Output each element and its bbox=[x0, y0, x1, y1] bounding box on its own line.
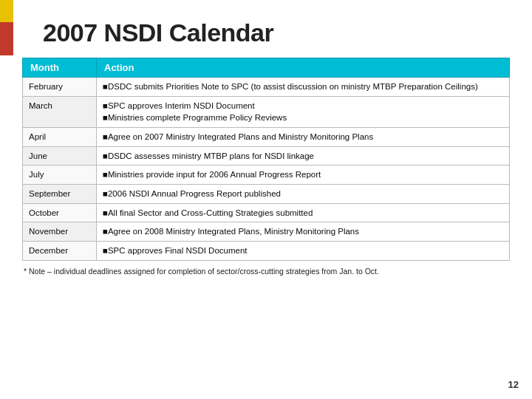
page-title: 2007 NSDI Calendar bbox=[43, 18, 510, 47]
action-cell: ■Ministries provide input for 2006 Annua… bbox=[97, 166, 510, 185]
table-row: November■Agree on 2008 Ministry Integrat… bbox=[23, 222, 510, 242]
action-cell: ■DSDC assesses ministry MTBP plans for N… bbox=[97, 146, 510, 166]
corner-block-red bbox=[0, 22, 13, 55]
action-cell: ■SPC approves Final NSDI Document bbox=[97, 242, 510, 261]
month-cell: June bbox=[23, 146, 97, 166]
table-row: October■All final Sector and Cross-Cutti… bbox=[23, 203, 510, 222]
calendar-table: Month Action February■DSDC submits Prior… bbox=[22, 58, 510, 261]
col-header-action: Action bbox=[97, 58, 510, 78]
page: 2007 NSDI Calendar Month Action February… bbox=[0, 0, 532, 399]
action-cell: ■Agree on 2008 Ministry Integrated Plans… bbox=[97, 222, 510, 242]
table-row: March■SPC approves Interim NSDI Document… bbox=[23, 96, 510, 127]
page-number: 12 bbox=[508, 379, 519, 390]
table-row: June■DSDC assesses ministry MTBP plans f… bbox=[23, 146, 510, 166]
action-cell: ■SPC approves Interim NSDI Document■Mini… bbox=[97, 96, 510, 127]
month-cell: April bbox=[23, 128, 97, 147]
action-cell: ■All final Sector and Cross-Cutting Stra… bbox=[97, 203, 510, 222]
month-cell: February bbox=[23, 78, 97, 97]
month-cell: March bbox=[23, 96, 97, 127]
month-cell: September bbox=[23, 185, 97, 204]
table-row: December■SPC approves Final NSDI Documen… bbox=[23, 242, 510, 261]
table-row: April■Agree on 2007 Ministry Integrated … bbox=[23, 128, 510, 147]
table-row: September■2006 NSDI Annual Progress Repo… bbox=[23, 185, 510, 204]
col-header-month: Month bbox=[23, 58, 97, 78]
month-cell: July bbox=[23, 166, 97, 185]
month-cell: December bbox=[23, 242, 97, 261]
month-cell: October bbox=[23, 203, 97, 222]
action-cell: ■DSDC submits Priorities Note to SPC (to… bbox=[97, 78, 510, 97]
action-cell: ■Agree on 2007 Ministry Integrated Plans… bbox=[97, 128, 510, 147]
month-cell: November bbox=[23, 222, 97, 242]
action-cell: ■2006 NSDI Annual Progress Report publis… bbox=[97, 185, 510, 204]
table-row: July■Ministries provide input for 2006 A… bbox=[23, 166, 510, 185]
table-row: February■DSDC submits Priorities Note to… bbox=[23, 78, 510, 97]
footnote: * Note – individual deadlines assigned f… bbox=[24, 267, 510, 276]
